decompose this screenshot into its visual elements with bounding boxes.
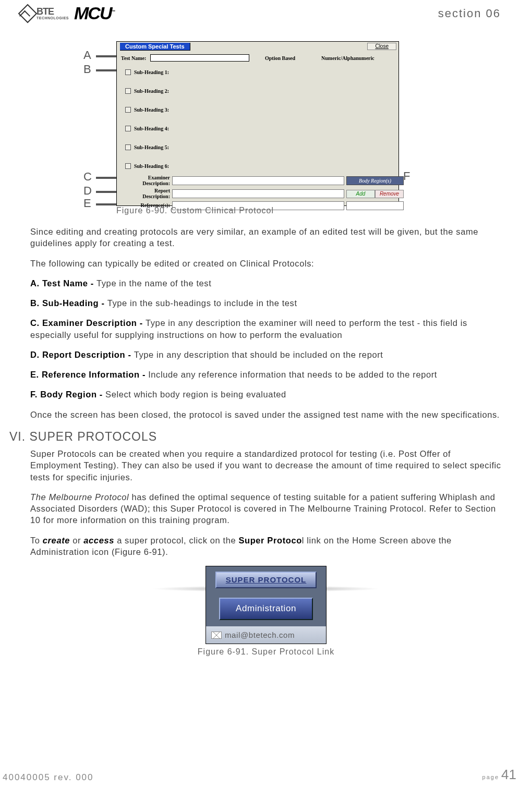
- subheading-label: Sub-Heading 1:: [134, 69, 169, 75]
- italic-term: The Melbourne Protocol: [30, 492, 129, 502]
- checkbox-icon[interactable]: [125, 88, 131, 94]
- subheading-row: Sub-Heading 4:: [117, 119, 398, 138]
- window-title: Custom Special Tests: [120, 43, 190, 51]
- figure-6-91: SUPER PROTOCOL Administration mail@btete…: [162, 566, 370, 658]
- definition-F: F. Body Region - Select which body regio…: [30, 389, 502, 400]
- text-run: a super protocol, click on the: [114, 536, 238, 545]
- super-protocol-link[interactable]: SUPER PROTOCOL: [215, 572, 317, 588]
- definition-D: D. Report Description - Type in any desc…: [30, 349, 502, 360]
- subheading-row: Sub-Heading 6:: [117, 156, 398, 175]
- callout-D: D: [83, 184, 92, 198]
- body-region-display[interactable]: [346, 201, 404, 210]
- mcu-logo-text: MCU: [74, 3, 111, 23]
- definition-A: A. Test Name - Type in the name of the t…: [30, 277, 502, 289]
- checkbox-icon[interactable]: [125, 107, 131, 113]
- administration-link[interactable]: Administration: [219, 598, 313, 620]
- option-based-header: Option Based: [265, 55, 295, 61]
- mcu-logo: MCU™: [74, 3, 115, 23]
- callout-B: B: [83, 63, 91, 76]
- bold-term: Super Protoco: [238, 536, 301, 545]
- page-header: BTE TECHNOLOGIES MCU™ section 06: [0, 0, 532, 23]
- paragraph: Super Protocols can be created when you …: [30, 448, 502, 483]
- subheading-label: Sub-Heading 3:: [134, 107, 169, 113]
- page-number: 41: [501, 767, 516, 783]
- custom-special-tests-window: Custom Special Tests Close Test Name: Op…: [116, 41, 399, 206]
- report-desc-label: Report Description:: [123, 188, 170, 199]
- close-button[interactable]: Close: [367, 43, 396, 50]
- numeric-alpha-header: Numeric/Alphanumeric: [321, 55, 374, 61]
- callout-F: F: [403, 169, 410, 183]
- callout-C: C: [83, 170, 92, 184]
- bte-logo-subtext: TECHNOLOGIES: [37, 16, 69, 20]
- callout-A: A: [83, 49, 91, 62]
- test-name-label: Test Name:: [121, 55, 150, 61]
- def-text: Type in the name of the test: [96, 278, 211, 288]
- document-number: 40040005 rev. 000: [3, 772, 94, 783]
- body-region-button[interactable]: Body Region(s): [346, 176, 404, 185]
- subheading-label: Sub-Heading 5:: [134, 144, 169, 150]
- page-number-group: page 41: [482, 767, 516, 783]
- callout-E: E: [83, 197, 91, 210]
- page-word: page: [482, 774, 499, 780]
- def-bold: A. Test Name -: [30, 278, 96, 288]
- def-text: Type in the sub-headings to include in t…: [107, 298, 297, 308]
- text-run: To: [30, 536, 43, 545]
- page-footer: 40040005 rev. 000 page 41: [0, 767, 532, 783]
- super-protocol-screenshot: SUPER PROTOCOL Administration mail@btete…: [205, 566, 327, 644]
- trademark-icon: ™: [111, 9, 115, 14]
- test-name-row: Test Name: Option Based Numeric/Alphanum…: [117, 51, 398, 63]
- checkbox-icon[interactable]: [125, 69, 131, 75]
- text-run: or: [70, 536, 83, 545]
- paragraph: Since editing and creating protocols are…: [30, 226, 502, 249]
- bte-logo-icon: [21, 7, 34, 20]
- examiner-desc-input[interactable]: [172, 176, 344, 185]
- subheading-row: Sub-Heading 1:: [117, 63, 398, 81]
- bold-italic-term: access: [83, 536, 114, 545]
- paragraph: The following can typically be edited or…: [30, 258, 502, 269]
- report-desc-input[interactable]: [172, 189, 344, 198]
- figure-6-91-caption: Figure 6-91. Super Protocol Link: [162, 646, 370, 658]
- test-name-input[interactable]: [150, 54, 249, 62]
- definition-C: C. Examiner Description - Type in any de…: [30, 317, 502, 341]
- paragraph: Once the screen has been closed, the pro…: [30, 409, 502, 420]
- paragraph: To create or access a super protocol, cl…: [30, 535, 502, 558]
- heading-super-protocols: VI. SUPER PROTOCOLS: [9, 429, 502, 445]
- def-text: Type in any description that should be i…: [134, 350, 383, 359]
- subheading-row: Sub-Heading 2:: [117, 81, 398, 100]
- def-bold: B. Sub-Heading -: [30, 298, 107, 308]
- def-text: Select which body region is being evalua…: [105, 390, 286, 399]
- bold-italic-term: create: [43, 536, 70, 545]
- def-bold: D. Report Description -: [30, 350, 134, 359]
- mail-text: mail@btetech.com: [225, 630, 295, 640]
- checkbox-icon[interactable]: [125, 126, 131, 131]
- checkbox-icon[interactable]: [125, 144, 131, 150]
- definition-E: E. Reference Information - Include any r…: [30, 369, 502, 380]
- section-label: section 06: [438, 7, 501, 20]
- logos: BTE TECHNOLOGIES MCU™: [21, 3, 115, 23]
- subheading-row: Sub-Heading 5:: [117, 138, 398, 156]
- subheading-label: Sub-Heading 6:: [134, 163, 169, 169]
- remove-button[interactable]: Remove: [375, 190, 404, 198]
- add-remove-group: Add Remove: [346, 190, 404, 198]
- subheading-row: Sub-Heading 3:: [117, 100, 398, 119]
- def-bold: C. Examiner Description -: [30, 318, 146, 328]
- def-text: Include any reference information that n…: [148, 370, 437, 379]
- figure-6-90-caption: Figure 6-90. Custom Clinical Protocol: [116, 206, 274, 215]
- subheading-label: Sub-Heading 2:: [134, 88, 169, 94]
- def-bold: F. Body Region -: [30, 390, 105, 399]
- checkbox-icon[interactable]: [125, 163, 131, 169]
- definition-B: B. Sub-Heading - Type in the sub-heading…: [30, 297, 502, 309]
- examiner-desc-label: Examiner Description:: [123, 175, 170, 186]
- mail-bar: mail@btetech.com: [206, 626, 326, 644]
- mail-icon: [211, 632, 222, 639]
- def-bold: E. Reference Information -: [30, 370, 148, 379]
- add-button[interactable]: Add: [346, 190, 375, 198]
- paragraph: The Melbourne Protocol has defined the o…: [30, 491, 502, 526]
- bte-logo-text: BTE: [37, 7, 69, 16]
- window-titlebar: Custom Special Tests Close: [117, 42, 398, 51]
- subheading-label: Sub-Heading 4:: [134, 126, 169, 131]
- bte-logo: BTE TECHNOLOGIES: [21, 7, 69, 20]
